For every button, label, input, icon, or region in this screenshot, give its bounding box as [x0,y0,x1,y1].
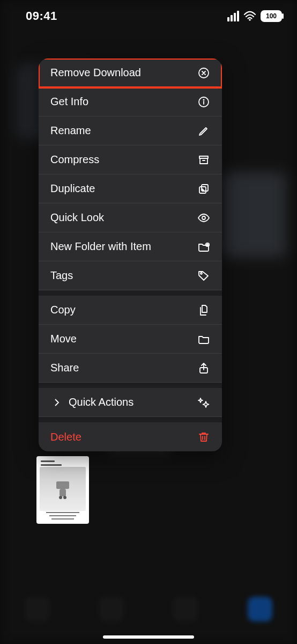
svg-point-14 [59,496,62,499]
menu-item-label: Quick Look [50,211,104,224]
menu-group-separator [39,383,222,388]
svg-point-0 [249,19,251,21]
plus-square-on-square-icon [197,182,210,195]
menu-item-label: Delete [50,431,81,443]
menu-item-label: Quick Actions [69,396,133,408]
chevron-right-icon [50,396,63,409]
status-bar: 09:41 100 [0,0,297,32]
svg-point-10 [201,273,202,274]
menu-item-new-folder-with-item[interactable]: New Folder with Item [39,232,222,261]
menu-item-label: Tags [50,269,73,282]
share-icon [197,362,210,375]
menu-item-duplicate[interactable]: Duplicate [39,174,222,203]
status-time: 09:41 [26,9,57,23]
home-indicator [103,635,194,639]
info-circle-icon [197,96,210,108]
trash-icon [197,430,210,443]
x-circle-icon [197,67,210,79]
svg-point-15 [63,496,66,499]
file-thumbnail[interactable] [36,456,89,524]
menu-item-label: Share [50,362,79,374]
cellular-signal-icon [227,11,239,21]
folder-icon [197,333,210,346]
eye-icon [197,211,210,224]
svg-rect-12 [56,481,69,489]
tabbar-blurred [0,590,297,628]
menu-item-label: Compress [50,153,99,166]
menu-item-tags[interactable]: Tags [39,261,222,290]
sparkles-icon [197,396,210,409]
svg-rect-13 [60,489,66,496]
menu-item-label: Duplicate [50,182,95,195]
menu-item-compress[interactable]: Compress [39,145,222,174]
menu-item-get-info[interactable]: Get Info [39,87,222,116]
menu-item-quick-look[interactable]: Quick Look [39,203,222,232]
menu-item-remove-download[interactable]: Remove Download [39,58,222,87]
tag-icon [197,269,210,282]
svg-point-8 [202,216,205,219]
menu-group-separator [39,290,222,296]
menu-item-share[interactable]: Share [39,354,222,383]
menu-item-delete[interactable]: Delete [39,422,222,451]
menu-item-label: Remove Download [50,67,141,79]
menu-item-rename[interactable]: Rename [39,116,222,145]
menu-item-label: Get Info [50,96,88,108]
pencil-icon [197,125,210,137]
folder-plus-icon [197,240,210,253]
status-right: 100 [227,10,282,22]
menu-item-label: Copy [50,304,76,316]
menu-item-quick-actions[interactable]: Quick Actions [39,388,222,417]
doc-on-doc-icon [197,304,210,317]
battery-icon: 100 [261,10,282,22]
context-menu[interactable]: Remove DownloadGet InfoRenameCompressDup… [39,58,222,451]
wifi-icon [243,11,256,21]
menu-item-label: Rename [50,125,91,137]
menu-item-copy[interactable]: Copy [39,296,222,325]
svg-rect-5 [200,158,207,164]
menu-group-separator [39,417,222,422]
svg-point-3 [203,99,204,100]
menu-item-move[interactable]: Move [39,325,222,354]
menu-item-label: Move [50,333,77,345]
archivebox-icon [197,153,210,166]
menu-item-label: New Folder with Item [50,240,151,253]
